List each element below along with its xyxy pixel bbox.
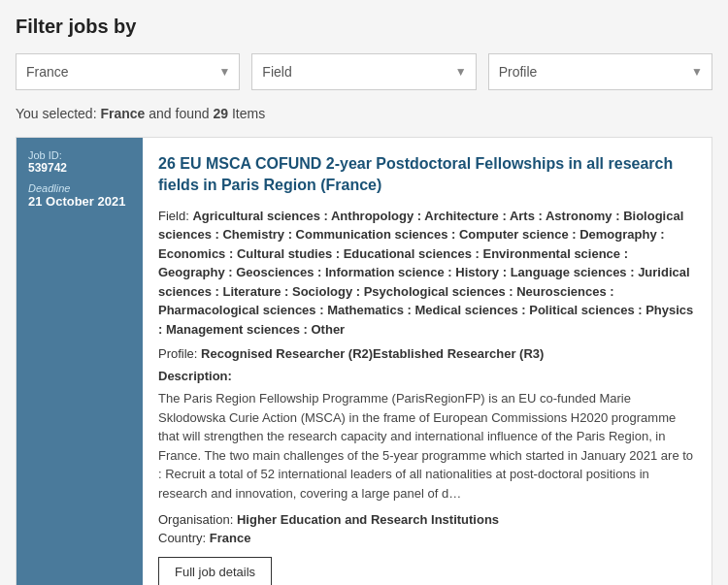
job-id-value: 539742	[28, 161, 131, 175]
org-value: Higher Education and Research Institutio…	[237, 512, 499, 527]
job-country: Country: France	[158, 531, 696, 545]
profile-label: Profile:	[158, 346, 201, 361]
profile-value: Recognised Researcher (R2)Established Re…	[201, 346, 544, 361]
results-middle: and found	[145, 106, 213, 121]
selected-country: France	[100, 106, 145, 121]
page-title: Filter jobs by	[16, 16, 712, 38]
job-field: Field: Agricultural sciences : Anthropol…	[158, 207, 696, 340]
deadline-label: Deadline	[28, 182, 131, 194]
results-count: 29	[213, 106, 228, 121]
org-label: Organisation:	[158, 512, 237, 527]
profile-select[interactable]: Profile Recognised Researcher (R2) Estab…	[488, 53, 712, 90]
field-value: Agricultural sciences : Anthropology : A…	[158, 209, 693, 337]
country-filter-wrapper: France Germany Italy Spain Netherlands ▼	[16, 53, 240, 90]
field-select[interactable]: Field Agricultural sciences Mathematics …	[251, 53, 476, 90]
filters-row: France Germany Italy Spain Netherlands ▼…	[16, 53, 712, 90]
description-text: The Paris Region Fellowship Programme (P…	[158, 389, 696, 503]
job-id-section: Job ID: 539742	[28, 149, 131, 175]
job-organisation: Organisation: Higher Education and Resea…	[158, 512, 696, 527]
field-label: Field:	[158, 209, 192, 223]
country-value: France	[210, 531, 251, 545]
full-details-button[interactable]: Full job details	[158, 557, 272, 585]
country-select[interactable]: France Germany Italy Spain Netherlands	[16, 53, 240, 90]
field-filter-wrapper: Field Agricultural sciences Mathematics …	[251, 53, 476, 90]
job-id-label: Job ID:	[28, 149, 131, 161]
job-title: 26 EU MSCA COFUND 2-year Postdoctoral Fe…	[158, 153, 696, 197]
job-profile: Profile: Recognised Researcher (R2)Estab…	[158, 346, 696, 361]
job-content: 26 EU MSCA COFUND 2-year Postdoctoral Fe…	[143, 138, 711, 585]
country-label: Country:	[158, 531, 210, 545]
results-summary: You selected: France and found 29 Items	[16, 106, 712, 121]
job-card: Job ID: 539742 Deadline 21 October 2021 …	[16, 137, 712, 585]
profile-filter-wrapper: Profile Recognised Researcher (R2) Estab…	[488, 53, 712, 90]
results-suffix: Items	[228, 106, 265, 121]
description-heading: Description:	[158, 369, 696, 383]
deadline-section: Deadline 21 October 2021	[28, 182, 131, 209]
results-prefix: You selected:	[16, 106, 100, 121]
job-sidebar: Job ID: 539742 Deadline 21 October 2021	[17, 138, 143, 585]
deadline-value: 21 October 2021	[28, 194, 131, 209]
